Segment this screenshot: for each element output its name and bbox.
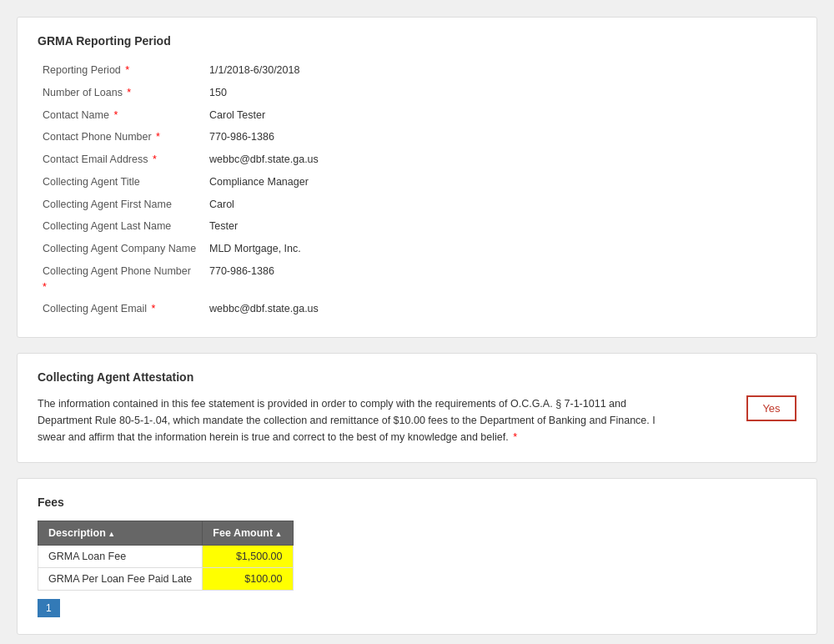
grma-field-label: Collecting Agent Last Name (38, 215, 204, 238)
attestation-required-star: * (510, 431, 517, 443)
grma-field-value: webbc@dbf.state.ga.us (204, 298, 796, 320)
grma-field-label: Contact Phone Number * (38, 126, 204, 148)
grma-section: GRMA Reporting Period Reporting Period *… (17, 17, 817, 338)
grma-field-row: Collecting Agent Phone Number *770-986-1… (38, 260, 796, 299)
grma-field-value: webbc@dbf.state.ga.us (204, 148, 796, 171)
grma-field-label: Collecting Agent Company Name (38, 238, 204, 260)
grma-field-value: 1/1/2018-6/30/2018 (204, 59, 796, 82)
grma-field-label: Collecting Agent Title (38, 171, 204, 194)
attestation-row: The information contained in this fee st… (38, 395, 796, 445)
grma-field-row: Contact Name *Carol Tester (38, 104, 796, 127)
fees-row: GRMA Loan Fee$1,500.00 (38, 546, 294, 568)
fees-table: Description Fee Amount GRMA Loan Fee$1,5… (38, 521, 294, 591)
required-star: * (123, 64, 129, 76)
grma-section-title: GRMA Reporting Period (38, 34, 796, 48)
required-star: * (43, 281, 47, 293)
grma-field-label: Contact Name * (38, 104, 204, 127)
fees-description: GRMA Per Loan Fee Paid Late (38, 568, 203, 591)
page-1-button[interactable]: 1 (38, 599, 60, 617)
grma-info-table: Reporting Period *1/1/2018-6/30/2018Numb… (38, 59, 796, 320)
grma-field-row: Number of Loans *150 (38, 82, 796, 104)
grma-field-row: Collecting Agent TitleCompliance Manager (38, 171, 796, 194)
grma-field-value: MLD Mortgage, Inc. (204, 238, 796, 260)
page-container: GRMA Reporting Period Reporting Period *… (17, 17, 817, 644)
grma-field-row: Collecting Agent Last NameTester (38, 215, 796, 238)
required-star: * (111, 109, 118, 121)
attestation-text: The information contained in this fee st… (38, 395, 671, 445)
grma-field-row: Collecting Agent Company NameMLD Mortgag… (38, 238, 796, 260)
grma-field-label: Collecting Agent Phone Number * (38, 260, 204, 299)
attestation-section-title: Collecting Agent Attestation (38, 370, 796, 384)
required-star: * (153, 131, 160, 143)
grma-field-value: Compliance Manager (204, 171, 796, 194)
grma-field-label: Number of Loans * (38, 82, 204, 104)
fees-section-title: Fees (38, 496, 796, 509)
grma-field-value: 770-986-1386 (204, 126, 796, 148)
grma-field-label: Collecting Agent Email * (38, 298, 204, 320)
attestation-body: The information contained in this fee st… (38, 398, 656, 443)
fees-section: Fees Description Fee Amount GRMA Loan Fe… (17, 478, 817, 635)
attestation-yes-button[interactable]: Yes (746, 395, 796, 421)
required-star: * (149, 153, 156, 165)
grma-field-value: Tester (204, 215, 796, 238)
grma-field-row: Collecting Agent Email *webbc@dbf.state.… (38, 298, 796, 320)
grma-field-label: Reporting Period * (38, 59, 204, 82)
fees-col-amount[interactable]: Fee Amount (203, 521, 293, 546)
grma-field-value: 150 (204, 82, 796, 104)
grma-field-row: Contact Email Address *webbc@dbf.state.g… (38, 148, 796, 171)
fees-amount: $100.00 (203, 568, 293, 591)
fees-description: GRMA Loan Fee (38, 546, 203, 568)
required-star: * (124, 87, 131, 98)
grma-field-label: Contact Email Address * (38, 148, 204, 171)
grma-field-row: Contact Phone Number *770-986-1386 (38, 126, 796, 148)
required-star: * (148, 303, 155, 314)
fees-col-description[interactable]: Description (38, 521, 203, 546)
attestation-section: Collecting Agent Attestation The informa… (17, 353, 817, 463)
grma-field-value: Carol Tester (204, 104, 796, 127)
grma-field-label: Collecting Agent First Name (38, 194, 204, 216)
fees-row: GRMA Per Loan Fee Paid Late$100.00 (38, 568, 294, 591)
fees-pagination: 1 (38, 599, 796, 617)
grma-field-value: 770-986-1386 (204, 260, 796, 299)
grma-field-row: Reporting Period *1/1/2018-6/30/2018 (38, 59, 796, 82)
grma-field-row: Collecting Agent First NameCarol (38, 194, 796, 216)
grma-field-value: Carol (204, 194, 796, 216)
fees-amount: $1,500.00 (203, 546, 293, 568)
